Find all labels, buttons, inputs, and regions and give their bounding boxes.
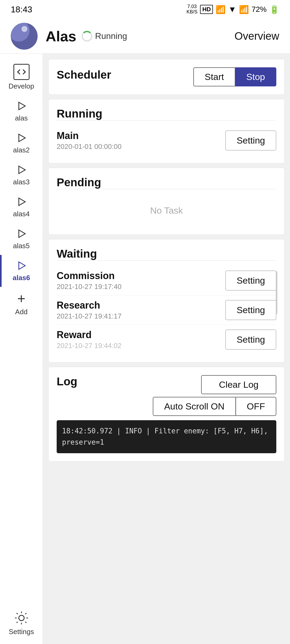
svg-marker-1 xyxy=(19,134,25,142)
status-time: 18:43 xyxy=(11,5,32,14)
commission-time: 2021-10-27 19:17:40 xyxy=(57,283,121,291)
running-setting-button[interactable]: Setting xyxy=(225,130,276,151)
auto-scroll-on-button[interactable]: Auto Scroll ON xyxy=(153,397,235,416)
running-task-time: 2020-01-01 00:00:00 xyxy=(57,142,121,151)
sidebar-item-alas3[interactable]: alas3 xyxy=(0,159,43,191)
sidebar-item-develop[interactable]: Develop xyxy=(0,59,43,95)
svg-marker-5 xyxy=(19,262,25,269)
scheduler-title: Scheduler xyxy=(57,68,111,81)
waiting-title: Waiting xyxy=(57,247,97,260)
status-bar: 18:43 7.03 KB/S HD 📶 ▼ 📶 72% 🔋 xyxy=(0,0,290,19)
sidebar-add-label: Add xyxy=(15,308,27,316)
clear-log-button[interactable]: Clear Log xyxy=(201,375,276,394)
sidebar-alas3-label: alas3 xyxy=(13,178,30,186)
main-layout: Develop alas alas2 xyxy=(0,54,290,644)
sidebar-alas2-label: alas2 xyxy=(13,146,30,154)
sidebar-alas-label: alas xyxy=(15,114,28,122)
running-spinner-icon xyxy=(82,31,92,42)
sidebar-item-alas2[interactable]: alas2 xyxy=(0,127,43,159)
running-title: Running xyxy=(57,107,102,120)
waiting-card: Waiting Commission 2021-10-27 19:17:40 S… xyxy=(48,239,285,363)
running-card: Running Main 2020-01-01 00:00:00 Setting xyxy=(48,99,285,163)
status-text: Running xyxy=(95,31,127,41)
waiting-task-commission: Commission 2021-10-27 19:17:40 Setting xyxy=(57,266,276,295)
app-logo xyxy=(11,23,38,50)
log-title: Log xyxy=(57,375,77,388)
app-status: Running xyxy=(82,31,127,42)
sidebar-alas5-label: alas5 xyxy=(13,242,30,250)
sidebar-item-alas4[interactable]: alas4 xyxy=(0,191,43,223)
log-card: Log Clear Log Auto Scroll ON OFF 18:42:5… xyxy=(48,367,285,462)
svg-marker-2 xyxy=(19,166,25,174)
play-icon-alas6 xyxy=(16,260,27,272)
waiting-task-research: Research 2021-10-27 19:41:17 Setting xyxy=(57,295,276,325)
content-area: Scheduler Start Stop Running Main 2020-0… xyxy=(43,54,290,644)
battery-text: 72% xyxy=(252,5,267,14)
sidebar-item-settings[interactable]: Settings xyxy=(0,606,43,644)
battery-icon: 🔋 xyxy=(269,5,279,14)
scheduler-card: Scheduler Start Stop xyxy=(48,59,285,95)
stop-button[interactable]: Stop xyxy=(235,67,276,86)
play-icon-alas2 xyxy=(16,132,27,144)
play-icon-alas xyxy=(16,100,27,112)
commission-setting-button[interactable]: Setting xyxy=(225,270,276,291)
reward-setting-button[interactable]: Setting xyxy=(225,330,276,350)
reward-name: Reward xyxy=(57,329,121,341)
running-task-info: Main 2020-01-01 00:00:00 xyxy=(57,130,121,151)
sidebar-settings-label: Settings xyxy=(9,628,34,636)
pending-card: Pending No Task xyxy=(48,168,285,235)
hd-badge: HD xyxy=(200,5,213,14)
pending-empty-label: No Task xyxy=(57,195,276,226)
add-icon: + xyxy=(17,292,25,306)
log-text: 18:42:50.972 | INFO | Filter enemy: [F5,… xyxy=(62,427,268,446)
sidebar: Develop alas alas2 xyxy=(0,54,43,644)
auto-scroll-group: Auto Scroll ON OFF xyxy=(153,397,276,416)
sidebar-item-alas[interactable]: alas xyxy=(0,95,43,127)
status-icons: 7.03 KB/S HD 📶 ▼ 📶 72% 🔋 xyxy=(186,4,279,15)
scroll-indicator xyxy=(276,271,277,314)
reward-info: Reward 2021-10-27 19:44:02 xyxy=(57,329,121,350)
code-icon xyxy=(13,64,30,80)
sidebar-item-add[interactable]: + Add xyxy=(0,287,43,321)
wifi-icon: ▼ xyxy=(228,5,236,14)
log-controls: Clear Log Auto Scroll ON OFF xyxy=(153,375,276,416)
log-content: 18:42:50.972 | INFO | Filter enemy: [F5,… xyxy=(57,420,276,453)
bluetooth-icon: 📶 xyxy=(216,5,226,14)
reward-time: 2021-10-27 19:44:02 xyxy=(57,342,121,350)
signal-icon: 📶 xyxy=(239,5,249,14)
commission-name: Commission xyxy=(57,270,121,281)
sidebar-alas4-label: alas4 xyxy=(13,210,30,218)
auto-scroll-off-button[interactable]: OFF xyxy=(235,397,276,416)
play-icon-alas4 xyxy=(16,196,27,208)
start-button[interactable]: Start xyxy=(193,67,235,86)
running-task-name: Main xyxy=(57,130,121,141)
scheduler-btn-group: Start Stop xyxy=(193,67,276,86)
running-task-row: Main 2020-01-01 00:00:00 Setting xyxy=(57,126,276,155)
svg-marker-0 xyxy=(19,102,25,110)
log-header: Log Clear Log Auto Scroll ON OFF xyxy=(57,375,276,416)
play-icon-alas5 xyxy=(16,228,27,240)
sidebar-alas6-label: alas6 xyxy=(13,274,30,282)
research-time: 2021-10-27 19:41:17 xyxy=(57,312,121,320)
svg-point-6 xyxy=(19,615,24,621)
research-name: Research xyxy=(57,300,121,311)
app-name: Alas xyxy=(46,28,76,45)
waiting-list: Commission 2021-10-27 19:17:40 Setting R… xyxy=(57,266,276,354)
pending-title: Pending xyxy=(57,176,101,189)
commission-info: Commission 2021-10-27 19:17:40 xyxy=(57,270,121,291)
waiting-task-reward: Reward 2021-10-27 19:44:02 Setting xyxy=(57,325,276,354)
svg-marker-4 xyxy=(19,230,25,237)
play-icon-alas3 xyxy=(16,164,27,176)
overview-button[interactable]: Overview xyxy=(234,30,279,42)
header: Alas Running Overview xyxy=(0,19,290,54)
network-speed: 7.03 KB/S xyxy=(186,4,197,15)
sidebar-item-alas5[interactable]: alas5 xyxy=(0,223,43,255)
research-info: Research 2021-10-27 19:41:17 xyxy=(57,300,121,320)
research-setting-button[interactable]: Setting xyxy=(225,300,276,320)
sidebar-develop-label: Develop xyxy=(9,82,34,90)
scheduler-header: Scheduler Start Stop xyxy=(57,67,276,86)
settings-gear-icon xyxy=(14,610,29,625)
svg-marker-3 xyxy=(19,198,25,206)
sidebar-item-alas6[interactable]: alas6 xyxy=(0,255,43,287)
